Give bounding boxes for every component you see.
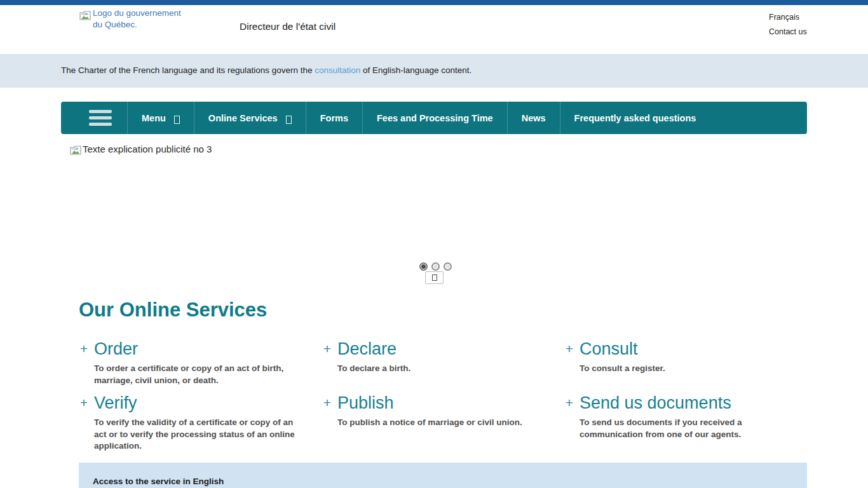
nav-item-label: Fees and Processing Time: [377, 113, 493, 123]
nav-item-fees-processing-time[interactable]: Fees and Processing Time: [362, 102, 507, 134]
charter-text-before: The Charter of the French language and i…: [61, 65, 315, 75]
service-item-consult: + Consult To consult a register.: [564, 339, 807, 386]
nav-item-online-services[interactable]: Online Services: [194, 102, 306, 134]
services-grid: + Order To order a certificate or copy o…: [79, 339, 807, 452]
carousel-dot-1[interactable]: [419, 262, 428, 271]
service-description: To consult a register.: [580, 363, 665, 375]
service-item-send-documents: + Send us documents To send us documents…: [564, 393, 807, 452]
service-item-publish: + Publish To publish a notice of marriag…: [322, 393, 564, 452]
carousel-broken-image[interactable]: Texte explication publicité no 3: [70, 144, 212, 155]
nav-item-label: Menu: [142, 113, 166, 123]
service-title-consult[interactable]: Consult: [580, 339, 665, 360]
broken-image-icon: [79, 9, 91, 20]
nav-item-faq[interactable]: Frequently asked questions: [560, 102, 710, 134]
service-item-order: + Order To order a certificate or copy o…: [79, 339, 322, 386]
gov-quebec-logo-broken-image[interactable]: Logo du gouvernement du Québec.: [79, 8, 191, 30]
dropdown-missing-glyph-icon: [286, 116, 292, 124]
service-title-declare[interactable]: Declare: [337, 339, 410, 360]
dropdown-missing-glyph-icon: [174, 116, 180, 124]
nav-item-label: Online Services: [208, 113, 278, 123]
nav-item-label: Forms: [320, 113, 348, 123]
service-description: To publish a notice of marriage or civil…: [337, 417, 522, 429]
broken-image-icon: [70, 144, 81, 155]
nav-item-forms[interactable]: Forms: [306, 102, 362, 134]
nav-item-news[interactable]: News: [507, 102, 560, 134]
pause-missing-glyph-icon: [432, 274, 437, 281]
nav-item-label: Frequently asked questions: [574, 113, 696, 123]
plus-icon[interactable]: +: [322, 339, 332, 359]
access-service-text: Access to the service in English: [93, 477, 224, 486]
plus-icon[interactable]: +: [564, 339, 574, 359]
language-link-francais[interactable]: Français: [769, 13, 807, 22]
service-title-send-documents[interactable]: Send us documents: [580, 393, 752, 414]
plus-icon[interactable]: +: [79, 393, 89, 413]
charter-text-after: of English-language content.: [360, 65, 471, 75]
plus-icon[interactable]: +: [564, 393, 574, 413]
carousel-dot-2[interactable]: [431, 262, 440, 271]
carousel-pause-button[interactable]: [425, 271, 444, 284]
access-service-box: Access to the service in English: [79, 463, 807, 488]
contact-us-link[interactable]: Contact us: [769, 27, 807, 36]
consultation-link[interactable]: consultation: [315, 65, 360, 75]
service-description: To order a certificate or copy of an act…: [94, 363, 305, 386]
services-heading: Our Online Services: [79, 299, 267, 322]
main-nav: Menu Online Services Forms Fees and Proc…: [61, 102, 807, 134]
charter-banner: The Charter of the French language and i…: [0, 54, 868, 88]
service-description: To declare a birth.: [337, 363, 410, 375]
carousel-dots: [419, 262, 452, 271]
plus-icon[interactable]: +: [322, 393, 332, 413]
service-title-verify[interactable]: Verify: [94, 393, 305, 414]
service-description: To send us documents if you received a c…: [580, 417, 752, 440]
service-description: To verify the validity of a certificate …: [94, 417, 305, 452]
header-links: Français Contact us: [769, 13, 807, 42]
service-title-order[interactable]: Order: [94, 339, 305, 360]
header: Logo du gouvernement du Québec. Directeu…: [0, 5, 868, 54]
carousel-dot-3[interactable]: [444, 262, 452, 271]
nav-item-menu[interactable]: Menu: [127, 102, 194, 134]
charter-banner-text: The Charter of the French language and i…: [61, 65, 471, 75]
service-item-verify: + Verify To verify the validity of a cer…: [79, 393, 322, 452]
plus-icon[interactable]: +: [79, 339, 89, 359]
logo-alt-text: Logo du gouvernement du Québec.: [93, 8, 181, 29]
hamburger-menu-icon[interactable]: [61, 102, 127, 134]
service-title-publish[interactable]: Publish: [337, 393, 522, 414]
nav-item-label: News: [522, 113, 546, 123]
page: Logo du gouvernement du Québec. Directeu…: [0, 0, 868, 488]
site-title: Directeur de l'état civil: [240, 21, 336, 32]
top-accent-bar: [0, 0, 868, 5]
service-item-declare: + Declare To declare a birth.: [322, 339, 564, 386]
carousel-image-alt-text: Texte explication publicité no 3: [83, 144, 212, 154]
